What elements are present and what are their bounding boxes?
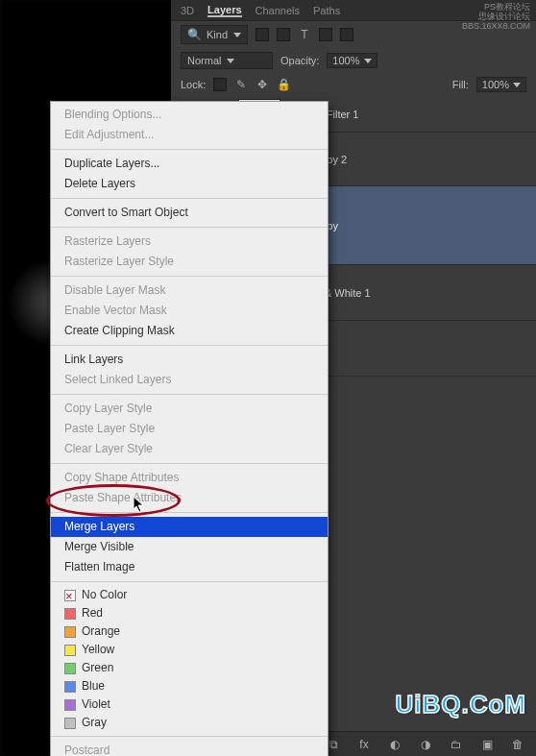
tab-layers[interactable]: Layers (207, 4, 241, 17)
blend-mode-value: Normal (187, 55, 221, 66)
lock-brush-icon[interactable]: ✎ (234, 78, 248, 91)
swatch-green-icon (64, 663, 76, 674)
mask-icon[interactable]: ◐ (388, 738, 402, 751)
mi-violet[interactable]: Violet (51, 695, 328, 714)
watermark-line1: 思缘设计论坛 (462, 12, 530, 21)
mi-copy-layer-style[interactable]: Copy Layer Style (51, 399, 328, 419)
color-label: Blue (82, 678, 105, 695)
filter-type-icon[interactable]: T (298, 28, 311, 41)
mi-gray[interactable]: Gray (51, 714, 328, 732)
color-label: Orange (82, 623, 120, 640)
color-label: Green (82, 660, 113, 676)
mi-convert-smart-object[interactable]: Convert to Smart Object (51, 203, 328, 223)
lock-label: Lock: (181, 79, 206, 90)
mi-copy-shape-attr[interactable]: Copy Shape Attributes (51, 468, 328, 488)
opacity-text: 100% (332, 55, 359, 66)
mi-rasterize-layers[interactable]: Rasterize Layers (51, 232, 328, 252)
watermark-line2: BBS.16XX8.COM (462, 21, 530, 31)
mi-yellow[interactable]: Yellow (51, 641, 328, 659)
swatch-violet-icon (64, 699, 76, 711)
menu-separator (51, 736, 328, 737)
mi-orange[interactable]: Orange (51, 622, 328, 641)
mi-select-linked[interactable]: Select Linked Layers (51, 370, 328, 390)
color-label: No Color (82, 587, 127, 603)
chevron-down-icon (233, 33, 241, 37)
menu-separator (51, 345, 328, 346)
mi-edit-adjustment[interactable]: Edit Adjustment... (51, 125, 328, 145)
mi-clear-layer-style[interactable]: Clear Layer Style (51, 439, 328, 459)
mi-create-clipping-mask[interactable]: Create Clipping Mask (51, 321, 328, 341)
chevron-down-icon (364, 59, 372, 63)
lock-all-icon[interactable]: 🔒 (277, 78, 290, 91)
folder-icon[interactable]: 🗀 (450, 738, 463, 751)
mi-delete-layers[interactable]: Delete Layers (51, 174, 328, 194)
menu-separator (51, 394, 328, 395)
mi-merge-visible[interactable]: Merge Visible (51, 537, 328, 557)
mi-postcard[interactable]: Postcard (51, 741, 328, 756)
opacity-label: Opacity: (280, 55, 319, 66)
mi-blue[interactable]: Blue (51, 677, 328, 695)
swatch-yellow-icon (64, 645, 76, 656)
chevron-down-icon (227, 59, 234, 63)
blend-mode-select[interactable]: Normal (181, 52, 273, 69)
mi-green[interactable]: Green (51, 659, 328, 677)
mi-duplicate-layers[interactable]: Duplicate Layers... (51, 154, 328, 174)
watermark-badge: PS教程论坛 (462, 2, 530, 12)
new-layer-icon[interactable]: ▣ (480, 738, 494, 751)
mi-disable-layer-mask[interactable]: Disable Layer Mask (51, 280, 328, 301)
menu-separator (51, 227, 328, 228)
mi-no-color[interactable]: No Color (51, 586, 328, 604)
menu-separator (51, 512, 328, 513)
mi-link-layers[interactable]: Link Layers (51, 350, 328, 370)
fx-icon[interactable]: fx (357, 738, 371, 751)
tab-paths[interactable]: Paths (313, 5, 340, 16)
filter-pixel-icon[interactable] (256, 28, 269, 41)
menu-separator (51, 463, 328, 464)
mi-paste-layer-style[interactable]: Paste Layer Style (51, 419, 328, 439)
swatch-orange-icon (64, 626, 76, 638)
filter-shape-icon[interactable] (319, 28, 332, 41)
blend-row: Normal Opacity: 100% (171, 48, 536, 73)
swatch-gray-icon (64, 718, 76, 729)
link-icon[interactable]: ⧉ (327, 738, 340, 751)
filter-smart-icon[interactable] (340, 28, 353, 41)
mi-rasterize-style[interactable]: Rasterize Layer Style (51, 252, 328, 272)
menu-separator (51, 198, 328, 199)
menu-separator (51, 149, 328, 150)
fill-label: Fill: (452, 79, 469, 90)
lock-row: Lock: ✎ ✥ 🔒 Fill: 100% (171, 73, 536, 96)
color-label: Red (82, 605, 103, 622)
mi-paste-shape-attr[interactable]: Paste Shape Attributes (51, 488, 328, 508)
adjustment-icon[interactable]: ◑ (419, 738, 432, 751)
menu-separator (51, 276, 328, 277)
swatch-none-icon (64, 590, 76, 601)
color-label: Violet (82, 696, 110, 713)
mi-enable-vector-mask[interactable]: Enable Vector Mask (51, 301, 328, 321)
layer-context-menu: Blending Options... Edit Adjustment... D… (50, 101, 329, 756)
mi-blending-options[interactable]: Blending Options... (51, 105, 328, 125)
filter-kind-select[interactable]: 🔍 Kind (181, 25, 248, 44)
filter-adjustment-icon[interactable] (277, 28, 290, 41)
opacity-value[interactable]: 100% (327, 53, 377, 68)
tab-channels[interactable]: Channels (256, 5, 300, 16)
chevron-down-icon (513, 83, 521, 87)
fill-text: 100% (482, 79, 509, 90)
mi-flatten-image[interactable]: Flatten Image (51, 557, 328, 577)
mi-red[interactable]: Red (51, 604, 328, 622)
fill-value[interactable]: 100% (476, 77, 526, 92)
trash-icon[interactable]: 🗑 (511, 738, 524, 751)
lock-move-icon[interactable]: ✥ (256, 78, 269, 91)
search-icon: 🔍 (187, 28, 201, 41)
swatch-blue-icon (64, 681, 76, 693)
tab-3d[interactable]: 3D (181, 5, 194, 16)
menu-separator (51, 581, 328, 582)
color-label: Gray (82, 715, 107, 731)
mi-merge-layers[interactable]: Merge Layers (51, 517, 328, 537)
watermark-uibq: UiBQ.CoM (395, 690, 526, 719)
swatch-red-icon (64, 608, 76, 620)
filter-kind-label: Kind (207, 29, 228, 40)
color-label: Yellow (82, 642, 114, 658)
lock-transparency-icon[interactable] (213, 78, 227, 91)
watermark-top: PS教程论坛 思缘设计论坛 BBS.16XX8.COM (462, 2, 530, 31)
